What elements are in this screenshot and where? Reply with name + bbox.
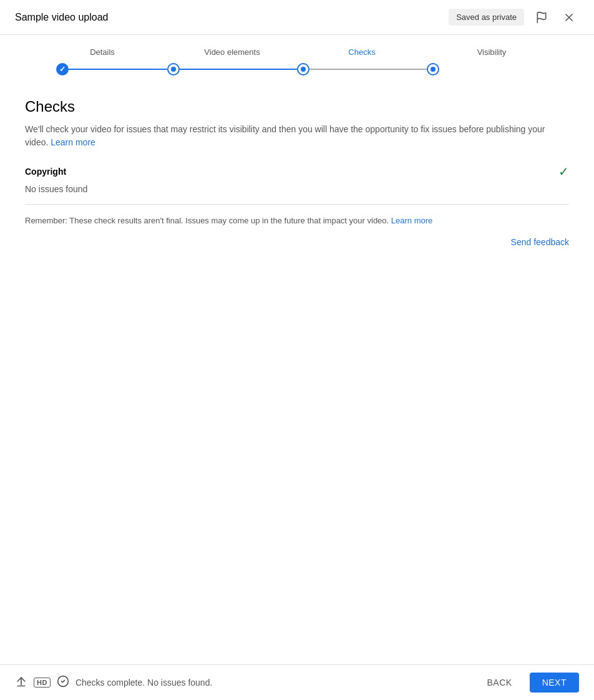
description: We'll check your video for issues that m… <box>25 123 569 149</box>
connector-1 <box>69 69 167 70</box>
feedback-row: Send feedback <box>25 237 569 247</box>
saved-private-button[interactable]: Saved as private <box>449 9 524 26</box>
step-visibility-label: Visibility <box>477 47 507 57</box>
step-checks-label: Checks <box>348 47 375 57</box>
step-checks: Checks <box>297 47 427 75</box>
send-feedback-button[interactable]: Send feedback <box>511 237 569 247</box>
upload-icon <box>15 675 27 691</box>
copyright-header: Copyright ✓ <box>25 164 569 179</box>
dialog-title: Sample video upload <box>15 12 108 23</box>
step-details-label: Details <box>90 47 115 57</box>
footer: HD Checks complete. No issues found. BAC… <box>0 664 594 700</box>
flag-button[interactable] <box>532 7 552 27</box>
close-icon <box>563 11 575 24</box>
stepper: Details ✓ Video elements Checks <box>0 35 594 78</box>
header: Sample video upload Saved as private <box>0 0 594 35</box>
copyright-section: Copyright ✓ No issues found <box>25 164 569 205</box>
circle-check-icon <box>57 675 69 691</box>
back-button[interactable]: BACK <box>477 673 522 693</box>
step-checks-dot <box>297 63 309 75</box>
step-video-elements: Video elements <box>167 47 297 75</box>
flag-icon <box>535 11 548 24</box>
close-button[interactable] <box>559 7 579 27</box>
step-video-elements-dot <box>167 63 180 75</box>
step-visibility-dot <box>427 63 439 75</box>
reminder-text: Remember: These check results aren't fin… <box>25 215 569 227</box>
copyright-title: Copyright <box>25 167 66 177</box>
footer-status-text: Checks complete. No issues found. <box>75 678 212 688</box>
hd-badge: HD <box>34 678 51 688</box>
learn-more-link-2[interactable]: Learn more <box>391 216 432 225</box>
header-actions: Saved as private <box>449 7 579 27</box>
footer-left: HD Checks complete. No issues found. <box>15 675 212 691</box>
next-button[interactable]: NEXT <box>530 673 579 693</box>
page-title: Checks <box>25 98 569 115</box>
step-visibility: Visibility <box>427 47 557 75</box>
learn-more-link-1[interactable]: Learn more <box>51 137 95 147</box>
copyright-status: No issues found <box>25 184 87 194</box>
main-content: Checks We'll check your video for issues… <box>0 78 594 664</box>
connector-2 <box>180 69 297 70</box>
step-details-dot: ✓ <box>56 63 69 75</box>
check-icon: ✓ <box>558 164 569 179</box>
step-video-elements-label: Video elements <box>204 47 260 57</box>
connector-3 <box>309 69 427 70</box>
footer-actions: BACK NEXT <box>477 673 579 693</box>
step-details: Details ✓ <box>37 47 167 75</box>
